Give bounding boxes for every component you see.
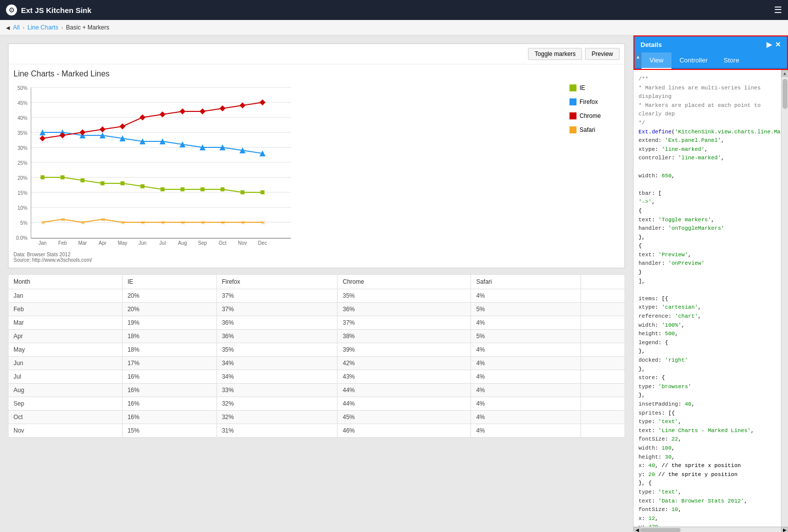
svg-text:20%: 20% bbox=[18, 175, 28, 181]
col-header-chrome: Chrome bbox=[338, 275, 471, 289]
svg-marker-61 bbox=[80, 129, 86, 135]
bottom-scrollbar[interactable]: ◀ ▶ bbox=[634, 527, 788, 532]
chart-source: Data: Browser Stats 2012Source: http://w… bbox=[14, 252, 564, 263]
legend-item-ie: IE bbox=[570, 84, 614, 91]
svg-text:✕: ✕ bbox=[200, 219, 206, 226]
code-line: } bbox=[638, 268, 776, 277]
tab-view[interactable]: View bbox=[642, 52, 672, 68]
legend-icon-ie bbox=[570, 84, 576, 91]
svg-rect-44 bbox=[220, 187, 224, 191]
svg-rect-85 bbox=[570, 112, 576, 119]
col-header-month: Month bbox=[8, 275, 122, 289]
h-scrollbar-thumb[interactable] bbox=[640, 528, 680, 532]
svg-rect-43 bbox=[200, 187, 204, 191]
table-cell: Mar bbox=[8, 316, 122, 330]
svg-rect-84 bbox=[570, 98, 576, 105]
code-line: items: [{ bbox=[638, 295, 776, 304]
svg-text:Jul: Jul bbox=[160, 240, 166, 246]
code-line: fontSize: 22, bbox=[638, 435, 776, 444]
code-line: }, { bbox=[638, 479, 776, 488]
table-cell: 35% bbox=[338, 289, 471, 303]
svg-text:Sep: Sep bbox=[198, 240, 207, 246]
code-line: xtype: 'line-marked', bbox=[638, 145, 776, 154]
app-title: Ext JS Kitchen Sink bbox=[21, 6, 92, 14]
tab-store[interactable]: Store bbox=[716, 52, 747, 68]
svg-rect-45 bbox=[240, 190, 244, 194]
code-scroll-area[interactable]: /** * Marked lines are multi-series line… bbox=[634, 70, 781, 527]
code-line: extend: 'Ext.panel.Panel', bbox=[638, 136, 776, 145]
code-line: }, bbox=[638, 233, 776, 242]
table-cell-empty bbox=[580, 289, 624, 303]
svg-marker-60 bbox=[60, 132, 66, 138]
scroll-left-arrow[interactable]: ◀ bbox=[634, 527, 640, 532]
toggle-markers-button[interactable]: Toggle markers bbox=[528, 48, 582, 60]
table-row: Apr18%36%38%5% bbox=[8, 330, 625, 343]
legend-icon-firefox bbox=[570, 98, 576, 105]
table-cell-empty bbox=[580, 343, 624, 357]
svg-rect-41 bbox=[160, 187, 164, 191]
code-line: width: '100%', bbox=[638, 321, 776, 330]
svg-marker-70 bbox=[260, 99, 266, 105]
table-cell: Apr bbox=[8, 330, 122, 343]
table-row: Jul16%34%43%4% bbox=[8, 370, 625, 384]
table-cell: 18% bbox=[122, 330, 216, 343]
code-line: x: 12, bbox=[638, 515, 776, 524]
right-panel-inner: /** * Marked lines are multi-series line… bbox=[634, 70, 788, 527]
h-scrollbar-track bbox=[640, 528, 781, 532]
table-cell: Sep bbox=[8, 397, 122, 411]
svg-text:May: May bbox=[118, 240, 128, 246]
code-line: { bbox=[638, 242, 776, 251]
code-line: }, bbox=[638, 391, 776, 400]
breadcrumb: ◀ All › Line Charts › Basic + Markers bbox=[0, 20, 788, 35]
table-cell-empty bbox=[580, 397, 624, 411]
chart-panel: Toggle markers Preview Line Charts - Mar… bbox=[8, 43, 625, 268]
expand-icon[interactable]: ▶ bbox=[766, 40, 772, 48]
table-cell: 20% bbox=[122, 289, 216, 303]
table-cell-empty bbox=[580, 303, 624, 316]
table-cell: May bbox=[8, 343, 122, 357]
scroll-up-arrow[interactable]: ▲ bbox=[636, 54, 640, 59]
svg-text:✕: ✕ bbox=[120, 219, 126, 226]
table-row: Aug16%33%44%4% bbox=[8, 384, 625, 397]
preview-button[interactable]: Preview bbox=[585, 48, 620, 60]
breadcrumb-all[interactable]: All bbox=[13, 24, 20, 31]
menu-icon[interactable]: ☰ bbox=[774, 4, 782, 15]
main-layout: Toggle markers Preview Line Charts - Mar… bbox=[0, 35, 788, 532]
table-cell: 4% bbox=[471, 370, 580, 384]
scrollbar-up[interactable]: ▲ bbox=[782, 70, 788, 77]
table-cell: 5% bbox=[471, 330, 580, 343]
col-header-safari: Safari bbox=[471, 275, 580, 289]
svg-rect-37 bbox=[80, 178, 84, 182]
breadcrumb-linecharts[interactable]: Line Charts bbox=[28, 24, 58, 31]
code-line: type: 'browsers' bbox=[638, 383, 776, 392]
legend-icon-safari bbox=[570, 126, 576, 133]
svg-text:15%: 15% bbox=[18, 190, 28, 196]
top-bar-left: Ext JS Kitchen Sink bbox=[6, 4, 92, 15]
chart-title: Line Charts - Marked Lines bbox=[14, 69, 564, 78]
scroll-right-arrow[interactable]: ▶ bbox=[781, 527, 788, 532]
breadcrumb-back-icon: ◀ bbox=[6, 25, 10, 30]
scrollbar-thumb[interactable] bbox=[782, 79, 788, 109]
close-icon[interactable]: ✕ bbox=[775, 40, 781, 48]
tab-controller[interactable]: Controller bbox=[672, 52, 716, 68]
table-cell: 44% bbox=[338, 384, 471, 397]
svg-text:✕: ✕ bbox=[100, 216, 106, 223]
svg-rect-35 bbox=[40, 175, 44, 179]
breadcrumb-sep-2: › bbox=[61, 24, 63, 30]
table-cell: 43% bbox=[338, 370, 471, 384]
svg-text:Mar: Mar bbox=[78, 240, 87, 246]
table-cell: 4% bbox=[471, 357, 580, 370]
table-cell: 38% bbox=[338, 330, 471, 343]
code-line: y: 470 bbox=[638, 523, 776, 527]
code-area: /** * Marked lines are multi-series line… bbox=[634, 70, 781, 527]
svg-text:✕: ✕ bbox=[60, 216, 66, 223]
table-cell: 36% bbox=[216, 316, 338, 330]
svg-marker-64 bbox=[140, 114, 146, 120]
table-cell: Oct bbox=[8, 411, 122, 424]
svg-text:5%: 5% bbox=[20, 220, 28, 226]
legend-label-ie: IE bbox=[580, 84, 585, 91]
legend-label-firefox: Firefox bbox=[580, 98, 598, 105]
code-line: insetPadding: 40, bbox=[638, 400, 776, 409]
svg-marker-66 bbox=[180, 108, 186, 114]
code-line: ], bbox=[638, 277, 776, 286]
